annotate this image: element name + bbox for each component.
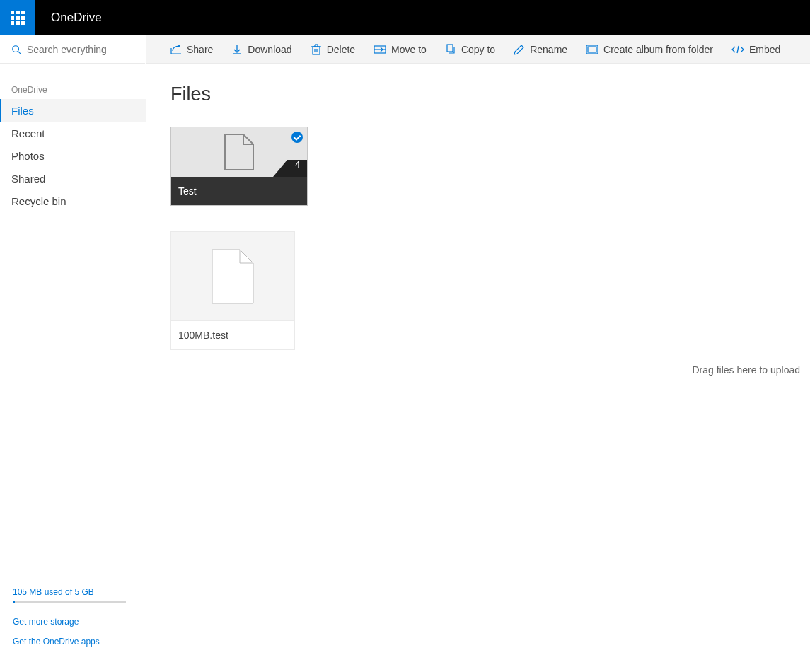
sidebar-heading: OneDrive (0, 64, 146, 99)
page-title: Files (170, 83, 786, 105)
app-header: OneDrive (0, 0, 810, 35)
items-grid: 4 Test 100MB.test (170, 127, 786, 350)
file-tile[interactable]: 100MB.test (170, 231, 295, 350)
create-album-icon (586, 45, 598, 54)
sidebar-item-recycle-bin[interactable]: Recycle bin (0, 190, 146, 212)
command-toolbar: Share Download Delete Move to (146, 35, 810, 64)
download-button[interactable]: Download (231, 44, 291, 55)
embed-button[interactable]: Embed (731, 44, 780, 55)
folder-name-label: Test (171, 177, 307, 205)
drag-upload-hint: Drag files here to upload (692, 364, 800, 376)
main-area: Share Download Delete Move to (146, 35, 810, 672)
button-label: Move to (391, 44, 427, 55)
get-onedrive-apps-link[interactable]: Get the OneDrive apps (13, 637, 134, 647)
svg-line-17 (737, 46, 739, 53)
button-label: Delete (327, 44, 355, 55)
selected-checkmark-icon (291, 132, 303, 143)
file-thumbnail (170, 231, 295, 321)
sidebar-item-label: Recycle bin (11, 195, 66, 207)
svg-rect-16 (588, 47, 596, 52)
delete-icon (311, 44, 322, 55)
create-album-button[interactable]: Create album from folder (586, 44, 713, 55)
rename-button[interactable]: Rename (514, 44, 567, 55)
delete-button[interactable]: Delete (311, 44, 355, 55)
svg-marker-18 (212, 250, 253, 303)
copyto-icon (445, 44, 456, 55)
app-launcher-button[interactable] (0, 0, 35, 35)
button-label: Share (187, 44, 213, 55)
download-icon (231, 44, 243, 55)
file-icon (212, 249, 254, 304)
rename-icon (514, 44, 525, 55)
sidebar-footer: 105 MB used of 5 GB Get more storage Get… (13, 587, 134, 656)
copyto-button[interactable]: Copy to (445, 44, 495, 55)
moveto-button[interactable]: Move to (374, 44, 427, 55)
svg-point-0 (13, 45, 19, 52)
folder-thumbnail: 4 (171, 127, 307, 177)
moveto-icon (374, 44, 386, 55)
svg-line-1 (18, 51, 21, 53)
search-icon (11, 44, 21, 55)
svg-rect-14 (447, 45, 453, 52)
storage-usage-bar-fill (13, 601, 15, 603)
content-area: Files 4 Test (146, 64, 810, 672)
button-label: Copy to (461, 44, 495, 55)
button-label: Download (248, 44, 291, 55)
sidebar-item-shared[interactable]: Shared (0, 167, 146, 190)
sidebar-item-label: Files (11, 105, 34, 117)
storage-usage-link[interactable]: 105 MB used of 5 GB (13, 587, 134, 597)
search-row[interactable] (0, 35, 145, 64)
sidebar-item-label: Shared (11, 173, 45, 185)
brand-title[interactable]: OneDrive (35, 0, 102, 35)
file-name-label: 100MB.test (170, 321, 295, 350)
folder-tile[interactable]: 4 Test (170, 127, 308, 206)
button-label: Embed (749, 44, 780, 55)
button-label: Rename (530, 44, 567, 55)
folder-count-badge: 4 (287, 160, 307, 177)
file-icon (224, 133, 255, 171)
storage-usage-bar (13, 601, 126, 603)
share-button[interactable]: Share (170, 44, 213, 55)
sidebar: OneDrive Files Recent Photos Shared Recy… (0, 35, 146, 672)
share-icon (170, 44, 182, 55)
button-label: Create album from folder (603, 44, 713, 55)
sidebar-item-label: Recent (11, 127, 45, 139)
app-launcher-grid-icon (11, 11, 25, 25)
folder-count-value: 4 (295, 160, 300, 170)
sidebar-item-label: Photos (11, 150, 45, 162)
sidebar-item-recent[interactable]: Recent (0, 122, 146, 144)
sidebar-item-photos[interactable]: Photos (0, 144, 146, 167)
get-more-storage-link[interactable]: Get more storage (13, 617, 134, 627)
sidebar-item-files[interactable]: Files (0, 99, 146, 122)
search-input[interactable] (27, 44, 134, 55)
embed-icon (731, 45, 744, 54)
